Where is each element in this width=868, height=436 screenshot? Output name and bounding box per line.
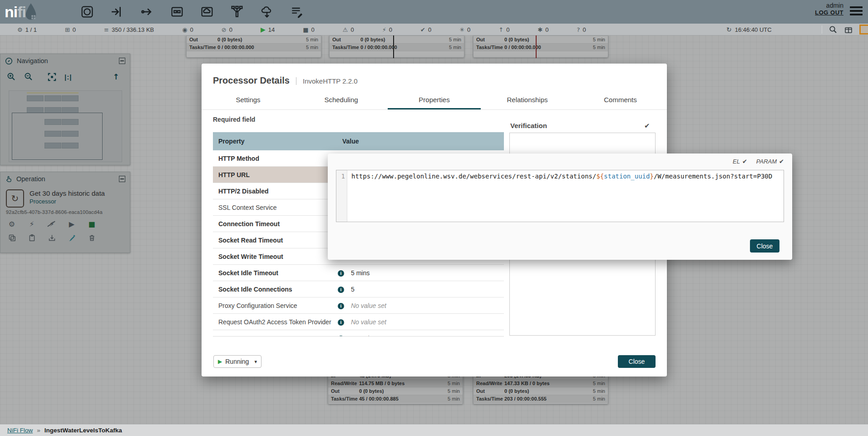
global-menu-icon[interactable] xyxy=(850,6,863,17)
label-icon[interactable] xyxy=(290,5,304,19)
dialog-close-button[interactable]: Close xyxy=(618,355,656,368)
input-port-icon[interactable] xyxy=(110,5,124,19)
table-row[interactable]: Socket Idle Timeout5 mins xyxy=(213,265,504,281)
breadcrumb-root-link[interactable]: NiFi Flow xyxy=(7,427,33,434)
play-icon: ▶ xyxy=(218,358,222,365)
sync-failure-indicator: ?0 xyxy=(577,26,586,33)
tab-properties[interactable]: Properties xyxy=(388,92,481,109)
dialog-title: Processor Details InvokeHTTP 2.2.0 xyxy=(213,75,358,86)
line-number: 1 xyxy=(336,170,347,222)
run-state-button[interactable]: ▶ Running ▾ xyxy=(213,355,261,368)
package-icon[interactable] xyxy=(844,25,853,34)
property-column-header: Property xyxy=(213,138,342,145)
active-threads-indicator: ⚙1 / 1 xyxy=(17,26,37,33)
disabled-icon: ⚡ xyxy=(382,26,386,33)
tab-comments[interactable]: Comments xyxy=(574,92,667,109)
transmitting-indicator: ◉0 xyxy=(182,26,193,33)
logout-link[interactable]: LOG OUT xyxy=(815,9,843,16)
remote-process-group-icon[interactable] xyxy=(200,5,214,19)
param-supported-badge: PARAM✔ xyxy=(756,158,784,165)
value-column-header: Value xyxy=(342,138,359,145)
running-indicator: ▶14 xyxy=(261,26,275,33)
info-icon[interactable] xyxy=(338,303,344,309)
stale-icon: ↑ xyxy=(498,26,503,33)
user-area: admin LOG OUT xyxy=(815,2,843,16)
cluster-indicator: ⊞0 xyxy=(65,26,76,33)
tab-settings[interactable]: Settings xyxy=(202,92,295,109)
process-group-icon[interactable] xyxy=(170,5,184,19)
info-icon[interactable] xyxy=(338,270,344,277)
app-header: nifi admin LOG OUT xyxy=(0,0,868,24)
current-user: admin xyxy=(815,2,843,9)
dialog-tabs: Settings Scheduling Properties Relations… xyxy=(202,92,667,110)
breadcrumb-current-group: IngestWaterLevelsToKafka xyxy=(44,427,122,434)
sync-failure-icon: ? xyxy=(577,26,580,33)
refresh-icon[interactable]: ↻ xyxy=(726,26,732,33)
invalid-icon: ⚠ xyxy=(343,26,348,33)
property-value-editor: EL✔ PARAM✔ 1 https://www.pegelonline.wsv… xyxy=(328,154,792,260)
http-url-value[interactable]: https://www.pegelonline.wsv.de/webservic… xyxy=(347,170,784,222)
required-field-label: Required field xyxy=(213,116,255,123)
status-bar-actions xyxy=(822,24,868,35)
up-to-date-icon: ✔ xyxy=(420,26,425,33)
tab-scheduling[interactable]: Scheduling xyxy=(295,92,388,109)
running-icon: ▶ xyxy=(261,26,266,33)
locally-modified-indicator: ✳0 xyxy=(459,26,470,33)
disabled-indicator: ⚡0 xyxy=(382,26,392,33)
el-supported-badge: EL✔ xyxy=(733,158,747,165)
processor-icon[interactable] xyxy=(80,5,94,19)
dialog-title-text: Processor Details xyxy=(213,75,290,86)
info-icon[interactable] xyxy=(338,336,344,337)
editor-capabilities: EL✔ PARAM✔ xyxy=(733,158,784,165)
not-transmitting-indicator: ⊘0 xyxy=(222,26,232,33)
funnel-icon[interactable] xyxy=(230,5,244,19)
output-port-icon[interactable] xyxy=(140,5,154,19)
queued-icon: ≡ xyxy=(104,26,109,33)
check-icon: ✔ xyxy=(779,158,784,165)
nifi-logo: nifi xyxy=(5,3,73,21)
flow-canvas[interactable]: Out0 (0 bytes)5 min Tasks/Time0 / 00:00:… xyxy=(0,35,868,424)
table-row[interactable]: Request OAuth2 Access Token ProviderNo v… xyxy=(213,314,504,330)
editor-close-button[interactable]: Close xyxy=(750,239,779,253)
info-icon[interactable] xyxy=(338,287,344,293)
up-to-date-indicator: ✔0 xyxy=(420,26,431,33)
table-row[interactable]: No value set xyxy=(213,330,504,337)
locally-modified-stale-icon: ✱ xyxy=(538,26,542,33)
locally-modified-icon: ✳ xyxy=(459,26,464,33)
value-code-editor[interactable]: 1 https://www.pegelonline.wsv.de/webserv… xyxy=(336,170,784,222)
cloud-download-icon[interactable] xyxy=(260,5,274,19)
run-state-label: Running xyxy=(225,358,249,365)
info-icon[interactable] xyxy=(338,319,344,326)
table-row[interactable]: Proxy Configuration ServiceNo value set xyxy=(213,297,504,314)
water-drop-icon xyxy=(24,3,38,21)
tab-relationships[interactable]: Relationships xyxy=(481,92,574,109)
status-indicators: ⚙1 / 1 ⊞0 ≡350 / 336.13 KB ◉0 ⊘0 ▶14 ■0 … xyxy=(17,24,586,35)
table-row[interactable]: Socket Idle Connections5 xyxy=(213,281,504,297)
stopped-indicator: ■0 xyxy=(303,26,315,33)
queued-indicator: ≡350 / 336.13 KB xyxy=(104,26,154,33)
verification-label: Verification xyxy=(510,122,547,129)
verification-check-icon[interactable]: ✔ xyxy=(644,122,650,130)
check-icon: ✔ xyxy=(742,158,747,165)
stopped-icon: ■ xyxy=(303,26,308,33)
status-bar: ⚙1 / 1 ⊞0 ≡350 / 336.13 KB ◉0 ⊘0 ▶14 ■0 … xyxy=(0,24,868,35)
breadcrumb-separator: » xyxy=(37,427,40,434)
locally-modified-stale-indicator: ✱0 xyxy=(538,26,548,33)
threads-icon: ⚙ xyxy=(17,26,23,33)
refresh-status[interactable]: ↻ 16:46:40 UTC xyxy=(726,24,772,35)
search-icon[interactable] xyxy=(829,25,838,34)
last-refresh-time: 16:46:40 UTC xyxy=(735,26,772,33)
invalid-indicator: ⚠0 xyxy=(343,26,354,33)
processor-type-version: InvokeHTTP 2.2.0 xyxy=(296,77,358,85)
breadcrumb: NiFi Flow » IngestWaterLevelsToKafka xyxy=(0,424,868,436)
table-header: Property Value xyxy=(213,132,504,150)
logo-text-ni: ni xyxy=(5,3,17,21)
not-transmitting-icon: ⊘ xyxy=(222,26,227,33)
cluster-icon: ⊞ xyxy=(65,26,70,33)
divider xyxy=(822,25,822,34)
transmitting-icon: ◉ xyxy=(182,26,187,33)
active-panel-toggle[interactable] xyxy=(859,25,868,35)
stale-indicator: ↑0 xyxy=(498,26,509,33)
chevron-down-icon: ▾ xyxy=(254,359,257,365)
component-toolbar xyxy=(80,5,304,19)
